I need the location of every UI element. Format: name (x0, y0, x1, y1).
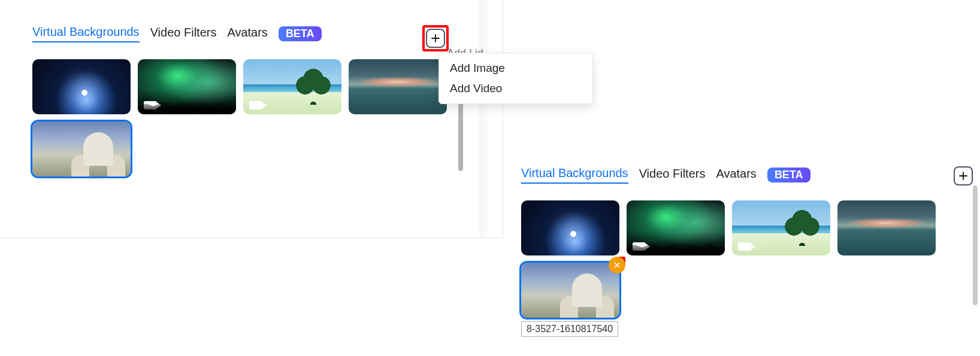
background-thumb-capitol[interactable] (521, 263, 619, 318)
tab-virtual-backgrounds[interactable]: Virtual Backgrounds (32, 25, 140, 42)
menu-add-video[interactable]: Add Video (439, 78, 592, 99)
annotation-highlight (422, 25, 449, 51)
background-thumb-aurora[interactable] (138, 59, 236, 114)
plus-icon (430, 33, 441, 44)
add-dropdown-menu: Add Image Add Video (438, 53, 593, 104)
add-background-button[interactable] (954, 166, 973, 185)
background-thumb-ocean-sunset[interactable] (349, 59, 447, 114)
background-thumbnails: 8-3527-1610817540 (521, 200, 972, 337)
delete-background-button[interactable] (609, 257, 625, 273)
add-button-area (422, 25, 449, 51)
tabs-bar: Virtual Backgrounds Video Filters Avatar… (32, 25, 470, 42)
settings-panel-right: Virtual Backgrounds Video Filters Avatar… (513, 141, 980, 356)
background-thumb-capitol[interactable] (32, 121, 131, 177)
video-icon (633, 242, 646, 251)
add-button-area (954, 166, 973, 185)
video-icon (249, 101, 262, 109)
settings-panel-left: Virtual Backgrounds Video Filters Avatar… (0, 0, 503, 238)
beta-badge: BETA (767, 168, 810, 182)
beta-badge: BETA (279, 26, 322, 41)
tab-avatars[interactable]: Avatars (227, 26, 267, 42)
page-scrollbar[interactable] (973, 185, 978, 341)
background-thumb-beach[interactable] (732, 200, 830, 255)
background-thumb-earth[interactable] (32, 59, 131, 114)
background-thumb-aurora[interactable] (627, 200, 725, 255)
tab-virtual-backgrounds[interactable]: Virtual Backgrounds (521, 166, 628, 184)
tab-video-filters[interactable]: Video Filters (639, 167, 706, 183)
tabs-bar: Virtual Backgrounds Video Filters Avatar… (521, 166, 972, 184)
plus-icon (958, 171, 969, 181)
page-scrollbar-thumb[interactable] (973, 185, 978, 305)
background-thumbnails (32, 59, 470, 177)
video-icon (144, 101, 157, 109)
video-icon (738, 242, 751, 251)
tab-avatars[interactable]: Avatars (716, 167, 756, 183)
add-background-button[interactable] (426, 29, 445, 48)
close-icon (613, 261, 621, 269)
background-thumb-ocean-sunset[interactable] (837, 200, 936, 255)
menu-add-image[interactable]: Add Image (439, 58, 592, 78)
background-thumb-earth[interactable] (521, 200, 619, 255)
background-filename-tooltip: 8-3527-1610817540 (521, 321, 618, 337)
background-thumb-beach[interactable] (243, 59, 341, 114)
annotation-highlight (618, 257, 625, 264)
tab-video-filters[interactable]: Video Filters (150, 26, 217, 42)
